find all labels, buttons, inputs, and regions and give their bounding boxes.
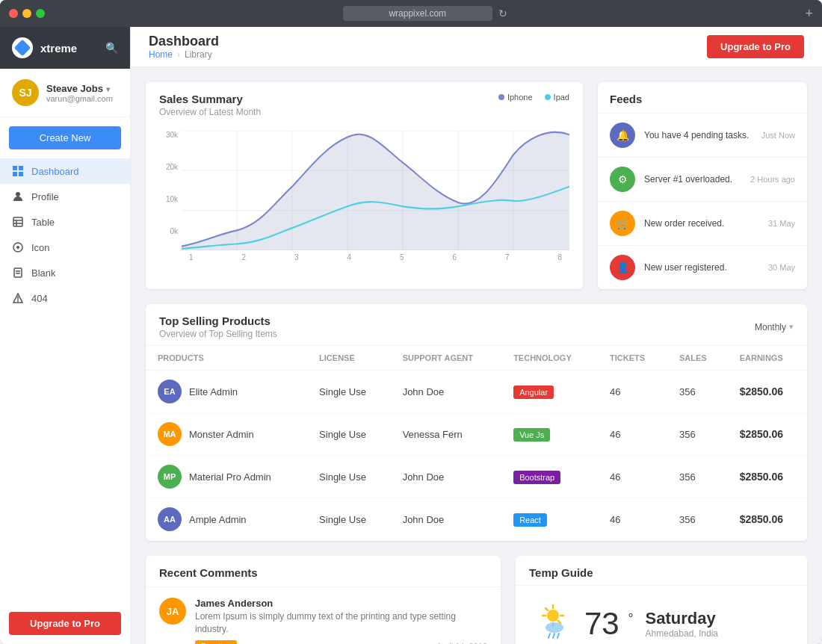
upgrade-pro-sidebar-button[interactable]: Upgrade to Pro <box>9 612 121 635</box>
sun-rain-icon <box>534 601 572 640</box>
period-selector[interactable]: Monthly ▾ <box>755 322 794 332</box>
comment-date-0: April 14, 2016 <box>436 642 487 644</box>
maximize-dot[interactable] <box>36 9 45 18</box>
feeds-header: Feeds <box>598 82 807 114</box>
search-icon[interactable]: 🔍 <box>105 42 118 54</box>
user-profile[interactable]: SJ Steave Jobs ▾ varun@gmail.com <box>0 69 130 117</box>
close-dot[interactable] <box>9 9 18 18</box>
svg-line-30 <box>558 621 560 623</box>
sales-summary-card: Sales Summary Overview of Latest Month I… <box>146 82 583 289</box>
url-display[interactable]: wrappixel.com <box>343 6 492 21</box>
product-earnings: $2850.06 <box>728 413 807 456</box>
table-row: MP Material Pro Admin Single Use John Do… <box>146 456 807 498</box>
page-title: Dashboard <box>149 34 219 49</box>
sidebar-item-profile[interactable]: Profile <box>0 184 130 209</box>
product-tech: Vue Js <box>501 413 598 456</box>
col-tickets: Tickets <box>598 346 667 371</box>
product-sales: 356 <box>667 371 728 413</box>
brand-name: xtreme <box>40 42 77 55</box>
chart-svg-area <box>182 131 569 250</box>
breadcrumb-home[interactable]: Home <box>149 49 173 60</box>
feed-text-2: New order received. <box>644 218 759 229</box>
dashboard-icon <box>12 165 24 177</box>
product-license: Single Use <box>307 456 391 498</box>
product-earnings: $2850.06 <box>728 371 807 413</box>
sidebar-item-icon[interactable]: Icon <box>0 235 130 260</box>
comment-avatar-0: JA <box>159 598 186 625</box>
svg-rect-0 <box>13 166 17 170</box>
feed-item-1: ⚙ Server #1 overloaded. 2 Hours ago <box>598 158 807 202</box>
user-info: Steave Jobs ▾ varun@gmail.com <box>46 83 118 103</box>
weather-day: Saturday <box>646 609 718 628</box>
svg-line-33 <box>553 634 554 638</box>
create-new-button[interactable]: Create New <box>9 126 121 149</box>
product-tickets: 46 <box>598 498 667 541</box>
feeds-list: 🔔 You have 4 pending tasks. Just Now ⚙ S… <box>598 114 807 289</box>
app-container: xtreme 🔍 SJ Steave Jobs ▾ varun@gmail.co… <box>0 27 822 644</box>
upgrade-pro-top-button[interactable]: Upgrade to Pro <box>707 35 804 58</box>
col-sales: Sales <box>667 346 728 371</box>
product-agent: Venessa Fern <box>391 413 502 456</box>
product-name-cell: AA Ample Admin <box>146 498 307 541</box>
product-tech: React <box>501 498 598 541</box>
feed-message: New order received. <box>644 218 759 229</box>
sales-subtitle: Overview of Latest Month <box>159 107 261 117</box>
new-tab-button[interactable]: + <box>805 6 813 22</box>
feed-message: New user registered. <box>644 262 759 273</box>
product-agent: John Doe <box>391 456 502 498</box>
product-agent: John Doe <box>391 498 502 541</box>
minimize-dot[interactable] <box>22 9 31 18</box>
comments-list: JA James Anderson Lorem Ipsum is simply … <box>146 587 501 644</box>
product-sales: 356 <box>667 498 728 541</box>
chart-wrapper: 30k 20k 10k 0k <box>159 131 569 250</box>
sidebar-item-404[interactable]: 404 <box>0 285 130 311</box>
comment-footer-0: Pending April 14, 2016 <box>195 640 487 644</box>
product-tech: Angular <box>501 371 598 413</box>
feed-item-3: 👤 New user registered. 30 May <box>598 246 807 289</box>
breadcrumb-current: Library <box>185 49 212 60</box>
table-row: MA Monster Admin Single Use Venessa Fern… <box>146 413 807 456</box>
legend-ipad: Ipad <box>545 93 569 102</box>
product-earnings: $2850.06 <box>728 456 807 498</box>
svg-rect-5 <box>13 217 22 226</box>
col-technology: Technology <box>501 346 598 371</box>
sales-card-header: Sales Summary Overview of Latest Month I… <box>146 82 583 123</box>
product-license: Single Use <box>307 371 391 413</box>
sidebar: xtreme 🔍 SJ Steave Jobs ▾ varun@gmail.co… <box>0 27 131 644</box>
temp-guide-card: Temp Guide <box>516 556 807 644</box>
user-email: varun@gmail.com <box>46 94 118 103</box>
sidebar-item-blank[interactable]: Blank <box>0 260 130 285</box>
window-controls <box>9 9 45 18</box>
temperature-value: 73 ° <box>584 606 634 642</box>
feed-time-3: 30 May <box>768 263 795 272</box>
legend-iphone: Iphone <box>498 93 533 102</box>
feed-server-icon: ⚙ <box>610 167 635 192</box>
table-icon <box>12 216 24 228</box>
feed-time-0: Just Now <box>761 131 795 140</box>
products-body: EA Elite Admin Single Use John Doe Angul… <box>146 371 807 541</box>
svg-rect-3 <box>19 172 23 176</box>
chart-area: 30k 20k 10k 0k <box>146 123 583 272</box>
comment-body-0: James Anderson Lorem Ipsum is simply dum… <box>195 598 487 644</box>
weather-icon <box>534 601 572 644</box>
y-axis-labels: 30k 20k 10k 0k <box>159 131 178 235</box>
feed-text-0: You have 4 pending tasks. <box>644 130 753 140</box>
feed-message: Server #1 overloaded. <box>644 174 741 185</box>
sidebar-item-table[interactable]: Table <box>0 209 130 235</box>
breadcrumb-separator: › <box>177 49 180 60</box>
sales-title: Sales Summary <box>159 93 261 105</box>
sidebar-item-dashboard[interactable]: Dashboard <box>0 158 130 184</box>
product-tech: Bootstrap <box>501 456 598 498</box>
period-label: Monthly <box>755 322 786 332</box>
refresh-icon[interactable]: ↻ <box>498 7 507 19</box>
feeds-title: Feeds <box>610 93 795 105</box>
feed-cart-icon: 🛒 <box>610 211 635 236</box>
row-1: Sales Summary Overview of Latest Month I… <box>146 82 807 289</box>
feed-bell-icon: 🔔 <box>610 123 635 148</box>
feed-user-icon: 👤 <box>610 255 635 280</box>
browser-titlebar: wrappixel.com ↻ + <box>0 0 822 27</box>
svg-rect-1 <box>19 166 23 170</box>
chart-legend: Iphone Ipad <box>498 93 569 102</box>
row-2: Top Selling Products Overview of Top Sel… <box>146 304 807 541</box>
feed-time-1: 2 Hours ago <box>750 175 795 184</box>
